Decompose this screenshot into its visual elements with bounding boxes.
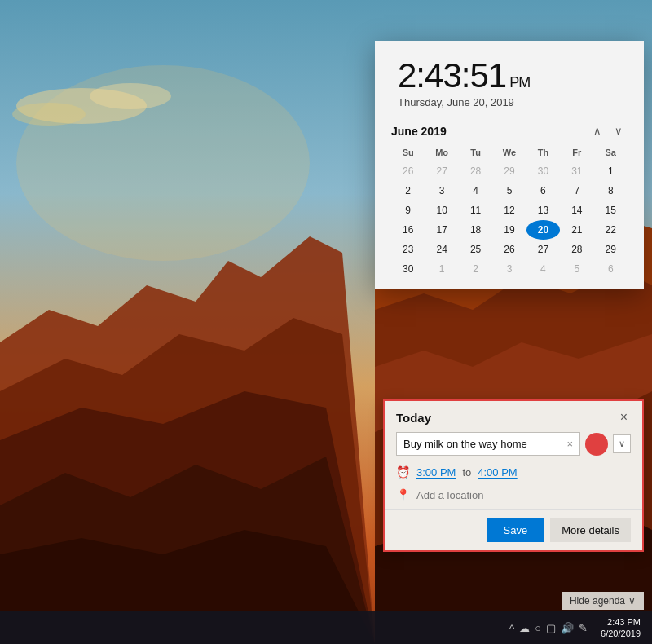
event-time-to[interactable]: 4:00 PM xyxy=(478,466,517,479)
calendar-day-header: We xyxy=(492,145,526,161)
calendar-day-header: Fr xyxy=(560,145,593,161)
calendar-day[interactable]: 25 xyxy=(459,240,492,259)
time-value: 2:43:51 xyxy=(398,56,506,95)
calendar-next-btn[interactable]: ∨ xyxy=(610,123,628,139)
hide-agenda-icon: ∨ xyxy=(628,595,636,607)
taskbar-cloud-icon: ☁ xyxy=(519,622,530,634)
event-popup: Today × × ∨ ⏰ 3:00 PM to 4:00 PM 📍 Save … xyxy=(383,399,644,552)
event-location-input[interactable] xyxy=(416,489,631,501)
calendar-day[interactable]: 9 xyxy=(391,201,425,220)
calendar-day[interactable]: 27 xyxy=(425,161,458,181)
event-time-row: ⏰ 3:00 PM to 4:00 PM xyxy=(385,462,642,485)
taskbar-chevron-icon[interactable]: ^ xyxy=(509,622,514,634)
event-dropdown-btn[interactable]: ∨ xyxy=(613,434,631,453)
location-icon: 📍 xyxy=(396,488,410,501)
taskbar-right: ^ ☁ ○ ▢ 🔊 ✎ 2:43 PM 6/20/2019 xyxy=(509,616,644,640)
calendar-day[interactable]: 3 xyxy=(492,259,526,279)
calendar-day[interactable]: 6 xyxy=(526,181,560,201)
calendar-day[interactable]: 3 xyxy=(425,181,458,201)
calendar-day[interactable]: 24 xyxy=(425,240,458,259)
event-popup-title: Today xyxy=(396,411,431,425)
calendar-day[interactable]: 6 xyxy=(594,259,628,279)
taskbar-pen-icon: ✎ xyxy=(579,622,588,634)
calendar-day-header: Sa xyxy=(594,145,628,161)
calendar-day[interactable]: 8 xyxy=(594,181,628,201)
hide-agenda-btn[interactable]: Hide agenda ∨ xyxy=(562,592,644,610)
more-details-button[interactable]: More details xyxy=(550,518,631,542)
calendar-header: June 2019 ∧ ∨ xyxy=(391,123,628,139)
calendar-day[interactable]: 13 xyxy=(526,201,560,220)
calendar-day[interactable]: 20 xyxy=(526,220,560,240)
calendar-day-header: Su xyxy=(391,145,425,161)
calendar-day[interactable]: 1 xyxy=(594,161,628,181)
calendar-prev-btn[interactable]: ∧ xyxy=(588,123,606,139)
calendar-day[interactable]: 2 xyxy=(459,259,492,279)
calendar-grid: SuMoTuWeThFrSa26272829303112345678910111… xyxy=(391,145,628,279)
time-display: 2:43:51PM xyxy=(398,59,621,93)
taskbar-time: 2:43 PM xyxy=(607,616,641,628)
calendar-day[interactable]: 16 xyxy=(391,220,425,240)
calendar-day[interactable]: 28 xyxy=(560,240,593,259)
calendar-day[interactable]: 29 xyxy=(594,240,628,259)
event-time-from[interactable]: 3:00 PM xyxy=(416,466,456,479)
calendar-day-header: Mo xyxy=(425,145,458,161)
calendar-day[interactable]: 22 xyxy=(594,220,628,240)
calendar-day[interactable]: 1 xyxy=(425,259,458,279)
flyout-panel: 2:43:51PM Thursday, June 20, 2019 June 2… xyxy=(375,41,644,289)
calendar-day[interactable]: 19 xyxy=(492,220,526,240)
event-color-btn[interactable] xyxy=(585,433,608,456)
calendar-day[interactable]: 18 xyxy=(459,220,492,240)
event-time-to-label: to xyxy=(462,466,471,479)
calendar-nav: ∧ ∨ xyxy=(588,123,628,139)
calendar-day[interactable]: 14 xyxy=(560,201,593,220)
calendar-day[interactable]: 4 xyxy=(459,181,492,201)
taskbar-display-icon: ▢ xyxy=(546,622,556,634)
calendar-day[interactable]: 26 xyxy=(492,240,526,259)
calendar-day[interactable]: 31 xyxy=(560,161,593,181)
calendar-day[interactable]: 28 xyxy=(459,161,492,181)
calendar-day[interactable]: 5 xyxy=(560,259,593,279)
taskbar-clock[interactable]: 2:43 PM 6/20/2019 xyxy=(601,616,641,640)
clock-section: 2:43:51PM Thursday, June 20, 2019 xyxy=(375,41,644,117)
calendar-day[interactable]: 15 xyxy=(594,201,628,220)
calendar-day-header: Tu xyxy=(459,145,492,161)
date-display: Thursday, June 20, 2019 xyxy=(398,96,621,108)
taskbar-volume-icon[interactable]: 🔊 xyxy=(561,622,574,634)
calendar-day[interactable]: 17 xyxy=(425,220,458,240)
calendar-day[interactable]: 23 xyxy=(391,240,425,259)
calendar-day[interactable]: 21 xyxy=(560,220,593,240)
calendar-day[interactable]: 12 xyxy=(492,201,526,220)
event-popup-close-btn[interactable]: × xyxy=(617,409,631,426)
event-title-row: × ∨ xyxy=(385,432,642,462)
event-title-clear-btn[interactable]: × xyxy=(563,438,576,450)
time-icon: ⏰ xyxy=(396,465,410,479)
event-actions: Save More details xyxy=(385,510,642,550)
calendar-section: June 2019 ∧ ∨ SuMoTuWeThFrSa262728293031… xyxy=(375,117,644,289)
taskbar-system-icons: ^ ☁ ○ ▢ 🔊 ✎ xyxy=(509,622,588,634)
event-popup-header: Today × xyxy=(385,401,642,432)
event-title-input-wrapper: × xyxy=(396,432,580,456)
calendar-day[interactable]: 4 xyxy=(526,259,560,279)
event-title-input[interactable] xyxy=(403,433,563,455)
taskbar: ^ ☁ ○ ▢ 🔊 ✎ 2:43 PM 6/20/2019 xyxy=(0,611,652,644)
calendar-day[interactable]: 27 xyxy=(526,240,560,259)
calendar-day-header: Th xyxy=(526,145,560,161)
hide-agenda-label: Hide agenda xyxy=(570,595,625,607)
calendar-day[interactable]: 11 xyxy=(459,201,492,220)
taskbar-date: 6/20/2019 xyxy=(601,628,641,639)
calendar-day[interactable]: 5 xyxy=(492,181,526,201)
ampm-label: PM xyxy=(509,74,530,90)
taskbar-wifi-icon: ○ xyxy=(535,622,541,634)
calendar-day[interactable]: 29 xyxy=(492,161,526,181)
calendar-day[interactable]: 2 xyxy=(391,181,425,201)
calendar-day[interactable]: 26 xyxy=(391,161,425,181)
save-button[interactable]: Save xyxy=(487,518,544,542)
calendar-day[interactable]: 10 xyxy=(425,201,458,220)
calendar-day[interactable]: 30 xyxy=(391,259,425,279)
calendar-day[interactable]: 7 xyxy=(560,181,593,201)
calendar-day[interactable]: 30 xyxy=(526,161,560,181)
event-location-row: 📍 xyxy=(385,485,642,510)
calendar-month-label: June 2019 xyxy=(391,125,447,138)
